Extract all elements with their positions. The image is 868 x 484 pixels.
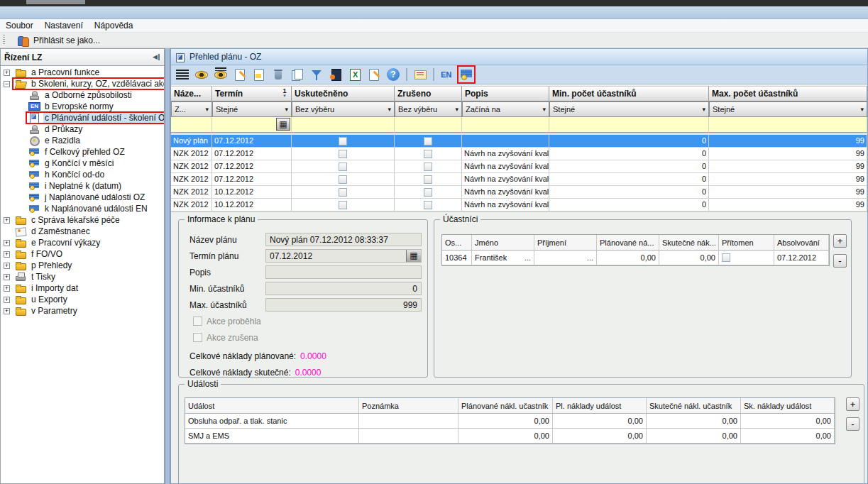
tree-item-sprava-lekarske-pece[interactable]: + c Správa lékařské péče (1, 214, 164, 226)
plan-row[interactable]: NZK 2012 07.12.2012 Návrh na zvyšování k… (171, 148, 867, 160)
events-column-header[interactable]: Událost (185, 398, 359, 414)
participants-column-header[interactable]: Skutečné nák... (659, 235, 719, 251)
participants-column-header[interactable]: Příjmení (534, 235, 597, 251)
participants-column-header[interactable]: Plánované ná... (597, 235, 659, 251)
menu-soubor[interactable]: Soubor (0, 21, 39, 31)
min-ucastniku-field[interactable]: 0 ▦ (265, 282, 422, 295)
separator[interactable] (432, 68, 435, 81)
separator[interactable] (405, 68, 408, 81)
participants-icon[interactable] (459, 67, 473, 82)
tree-item-prehledy[interactable]: + p Přehledy (1, 260, 164, 271)
tree-item-naplanovane-udalosti-en[interactable]: k Naplánované události EN (1, 203, 164, 214)
plan-row[interactable]: NZK 2012 10.12.2012 Návrh na zvyšování k… (171, 186, 867, 199)
filter-icon[interactable] (309, 67, 324, 82)
tree-item-parametry[interactable]: + v Parametry (1, 305, 164, 317)
zruseno-checkbox[interactable] (424, 137, 432, 145)
filter-input-cell[interactable]: ▦ (462, 117, 549, 133)
new-record-icon[interactable] (233, 67, 247, 82)
zruseno-checkbox[interactable] (424, 201, 432, 209)
tree-expand-toggle[interactable]: + (4, 240, 10, 246)
advanced-filter-icon[interactable] (329, 67, 343, 82)
login-button[interactable]: Přihlásit se jako... (17, 33, 100, 48)
termin-planu-field[interactable]: 07.12.2012 ▦ (265, 249, 422, 263)
tree-item-fo-vo[interactable]: + f FO/VO (1, 248, 164, 260)
copy-record-icon[interactable] (290, 67, 304, 82)
help-icon[interactable] (386, 67, 400, 82)
tree-expand-toggle[interactable]: + (4, 308, 10, 314)
tree-expand-toggle[interactable]: + (4, 274, 10, 280)
tree-expand-toggle[interactable]: + (4, 217, 10, 224)
zruseno-checkbox[interactable] (424, 175, 432, 184)
filter-input-cell[interactable]: ▦ (395, 117, 462, 133)
plan-row[interactable]: NZK 2012 10.12.2012 Návrh na zvyšování k… (171, 199, 867, 211)
uskutecneno-checkbox[interactable] (339, 163, 347, 171)
export-excel-icon[interactable] (348, 67, 362, 82)
column-header[interactable]: Uskutečněno (292, 86, 395, 101)
participants-column-header[interactable]: Jméno (472, 235, 534, 251)
tree-item-razidla[interactable]: e Razidla (1, 135, 164, 146)
calendar-button[interactable]: ▦ (406, 250, 421, 262)
filter-input-cell[interactable]: ▦ (212, 117, 292, 133)
pritomen-checkbox[interactable] (722, 253, 730, 262)
tree-expand-toggle[interactable]: + (4, 285, 10, 292)
column-filter-dropdown[interactable]: Stejné ▾ (549, 101, 709, 117)
tree-item-naplanovane-udalosti-oz[interactable]: j Naplánované události OZ (1, 192, 164, 203)
red-list-icon[interactable] (413, 67, 427, 82)
column-header[interactable]: Min. počet účastníků (549, 86, 709, 101)
akce-probehla-checkbox[interactable] (193, 317, 202, 326)
filter-input-cell[interactable]: ▦ (171, 117, 212, 133)
column-filter-dropdown[interactable]: Začíná na ▾ (462, 101, 549, 117)
calendar-button[interactable]: ▦ (276, 118, 290, 131)
ellipsis-button[interactable]: ... (524, 253, 531, 262)
zruseno-checkbox[interactable] (424, 150, 432, 158)
tree-expand-toggle[interactable]: + (4, 263, 10, 269)
notes-icon[interactable] (367, 67, 381, 82)
tree-item-skoleni-kurzy-oz[interactable]: − b Skoleni, kurzy, OZ, vzdělávaci akce (1, 78, 164, 89)
events-column-header[interactable]: Sk. náklady událost (741, 398, 835, 414)
events-column-header[interactable]: Pl. náklady událost (553, 398, 647, 414)
plan-row[interactable]: NZK 2012 07.12.2012 Návrh na zvyšování k… (171, 173, 867, 186)
tree-item-neplatne-k-datum[interactable]: i Neplatné k (datum) (1, 180, 164, 192)
tree-item-tisky[interactable]: + t Tisky (1, 271, 164, 282)
filter-input-cell[interactable]: ▦ (709, 117, 867, 133)
remove-event-button[interactable]: - (846, 417, 859, 431)
tree-item-pracovni-vykazy[interactable]: + e Pracovní výkazy (1, 237, 164, 248)
zruseno-checkbox[interactable] (424, 188, 432, 197)
uskutecneno-checkbox[interactable] (339, 175, 347, 184)
akce-zrusena-checkbox[interactable] (193, 333, 202, 342)
participants-column-header[interactable]: Absolvování (774, 235, 829, 251)
tree-item-celkovy-prehled-oz[interactable]: f Celkový přehled OZ (1, 146, 164, 158)
uskutecneno-checkbox[interactable] (339, 137, 347, 145)
tree-item-koncici-v-mesici[interactable]: g Končící v měsíci (1, 158, 164, 169)
uskutecneno-checkbox[interactable] (339, 201, 347, 209)
add-participant-button[interactable]: + (833, 234, 847, 248)
plan-row[interactable]: Nový plán 07.12.2012 0 99 (171, 135, 867, 148)
column-header[interactable]: Max. počet účastníků (709, 86, 867, 101)
tree-expand-toggle[interactable]: + (4, 297, 10, 303)
events-column-header[interactable]: Plánované nákl. učastník (458, 398, 553, 414)
view-rows-icon[interactable] (175, 67, 189, 82)
tree-item-importy-dat[interactable]: + i Importy dat (1, 282, 164, 294)
delete-record-icon[interactable] (271, 67, 285, 82)
edit-record-icon[interactable] (252, 67, 266, 82)
column-filter-dropdown[interactable]: Stejné ▾ (212, 101, 292, 117)
tree-item-evropske-normy[interactable]: b Evropské normy (1, 101, 164, 112)
tree-item-zamestnanec[interactable]: d Zaměstnanec (1, 226, 164, 237)
column-filter-dropdown[interactable]: Bez výběru ▾ (395, 101, 462, 117)
plan-row[interactable]: NZK 2012 07.12.2012 Návrh na zvyšování k… (171, 160, 867, 173)
nazev-planu-field[interactable]: Nový plán 07.12.2012 08:33:37 ▦ (265, 233, 422, 246)
column-header[interactable]: Náze... (171, 86, 212, 101)
events-column-header[interactable]: Poznámka (359, 398, 458, 414)
remove-participant-button[interactable]: - (833, 254, 847, 268)
tree-item-prukazy[interactable]: d Průkazy (1, 123, 164, 135)
column-filter-dropdown[interactable]: Bez výběru ▾ (292, 101, 395, 117)
column-filter-dropdown[interactable]: Z... ▾ (171, 101, 212, 117)
participants-column-header[interactable]: Přítomen (719, 235, 774, 251)
preview-eye-icon[interactable] (194, 67, 209, 82)
event-row[interactable]: Obsluha odpař. a tlak. stanic 0,00 0,00 … (185, 414, 835, 429)
uskutecneno-checkbox[interactable] (339, 188, 347, 197)
column-header[interactable]: Termín 1 (212, 86, 292, 101)
ellipsis-button[interactable]: ... (587, 253, 593, 262)
uskutecneno-checkbox[interactable] (339, 150, 347, 158)
tree-expand-toggle[interactable]: − (4, 81, 10, 87)
